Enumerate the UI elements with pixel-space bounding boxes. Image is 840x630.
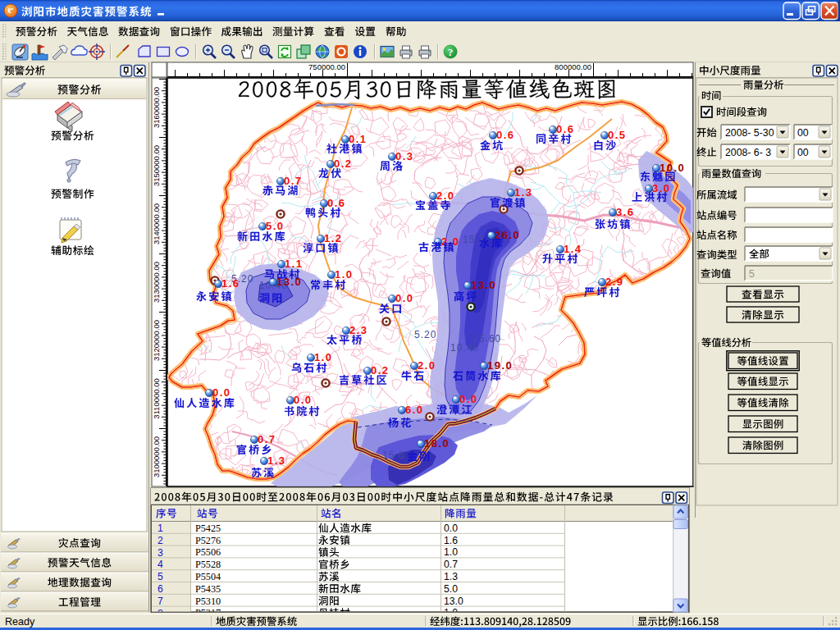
svg-text:3.6: 3.6 <box>616 206 635 218</box>
svg-text:00: 00 <box>797 127 809 139</box>
svg-text:4: 4 <box>158 559 163 570</box>
svg-text:3150000.00: 3150000.00 <box>152 145 161 186</box>
svg-text:5.0: 5.0 <box>266 220 285 232</box>
svg-text:19.0: 19.0 <box>487 359 513 372</box>
svg-text:3.0: 3.0 <box>652 182 671 194</box>
svg-text:6: 6 <box>158 583 163 595</box>
svg-text:2008- 5-30: 2008- 5-30 <box>725 127 774 139</box>
svg-text:3130000.00: 3130000.00 <box>152 262 161 303</box>
svg-text:3140000.00: 3140000.00 <box>152 203 161 244</box>
svg-text:P5425: P5425 <box>195 523 221 534</box>
svg-text:750000.00: 750000.00 <box>308 62 345 71</box>
svg-text:P5528: P5528 <box>195 559 221 570</box>
svg-text:1.0: 1.0 <box>314 351 333 363</box>
svg-text:P5506: P5506 <box>195 546 221 558</box>
svg-text:3100000.00: 3100000.00 <box>152 436 161 477</box>
svg-text:1.3: 1.3 <box>514 186 533 199</box>
svg-text:1.1: 1.1 <box>285 258 304 270</box>
svg-text:?: ? <box>448 46 454 58</box>
svg-text:0.2: 0.2 <box>371 364 390 377</box>
svg-text:P5435: P5435 <box>195 583 221 595</box>
svg-text:13.0: 13.0 <box>276 276 302 288</box>
svg-text:1.3: 1.3 <box>444 571 458 582</box>
svg-text:2: 2 <box>158 535 163 546</box>
svg-text:0.2: 0.2 <box>334 158 353 170</box>
svg-text:1.0: 1.0 <box>335 268 354 281</box>
svg-text:0.7: 0.7 <box>258 433 276 445</box>
svg-text:0.6: 0.6 <box>556 123 575 135</box>
svg-text:0.3: 0.3 <box>395 150 414 162</box>
svg-text:3160000.00: 3160000.00 <box>152 87 161 128</box>
svg-text:0.1: 0.1 <box>349 133 368 145</box>
svg-text:5: 5 <box>158 571 163 582</box>
svg-text:10.40: 10.40 <box>450 342 479 354</box>
svg-text:0.0: 0.0 <box>459 393 478 405</box>
svg-text:7: 7 <box>158 596 163 607</box>
svg-text:1: 1 <box>158 523 163 534</box>
svg-text:00: 00 <box>797 147 809 158</box>
svg-text:15.6: 15.6 <box>382 450 404 461</box>
svg-text:5: 5 <box>749 268 755 280</box>
svg-text:5.20: 5.20 <box>414 329 436 340</box>
svg-text:1.0: 1.0 <box>444 546 458 558</box>
svg-text:0.0: 0.0 <box>395 292 414 304</box>
svg-text:13.0: 13.0 <box>444 596 463 607</box>
svg-text:1.2: 1.2 <box>324 232 343 244</box>
svg-text:2.9: 2.9 <box>605 276 624 288</box>
svg-text:0.5: 0.5 <box>608 129 627 141</box>
svg-text:3120000.00: 3120000.00 <box>152 320 161 361</box>
svg-text:0.0: 0.0 <box>444 523 458 534</box>
svg-text:1.6: 1.6 <box>221 277 240 290</box>
svg-text:18.0: 18.0 <box>424 437 450 450</box>
svg-text:1.6: 1.6 <box>444 535 458 546</box>
svg-text:1.4: 1.4 <box>564 243 582 255</box>
svg-text:2.0: 2.0 <box>418 359 436 372</box>
svg-text:800000.00: 800000.00 <box>555 62 591 71</box>
svg-text:2.0: 2.0 <box>436 189 455 202</box>
svg-text:2.3: 2.3 <box>349 324 368 336</box>
svg-text:P5504: P5504 <box>195 571 221 582</box>
svg-text:2008- 6- 3: 2008- 6- 3 <box>725 147 771 158</box>
svg-text:3: 3 <box>158 547 163 559</box>
svg-text:Ready: Ready <box>5 616 35 628</box>
svg-text:13.0: 13.0 <box>471 279 496 291</box>
svg-text:3110000.00: 3110000.00 <box>152 378 161 419</box>
svg-text:0.6: 0.6 <box>327 197 346 209</box>
svg-text:6.0: 6.0 <box>405 404 424 416</box>
svg-text:5.0: 5.0 <box>444 583 458 595</box>
svg-text:0.0: 0.0 <box>294 394 313 406</box>
svg-text:P5310: P5310 <box>195 596 221 607</box>
svg-text:0.7: 0.7 <box>284 175 303 187</box>
svg-text:0.0: 0.0 <box>212 386 231 399</box>
svg-text:0.7: 0.7 <box>444 559 458 570</box>
svg-text:P5276: P5276 <box>195 535 221 546</box>
svg-text:1.3: 1.3 <box>267 454 286 467</box>
svg-text:0.6: 0.6 <box>496 129 515 141</box>
